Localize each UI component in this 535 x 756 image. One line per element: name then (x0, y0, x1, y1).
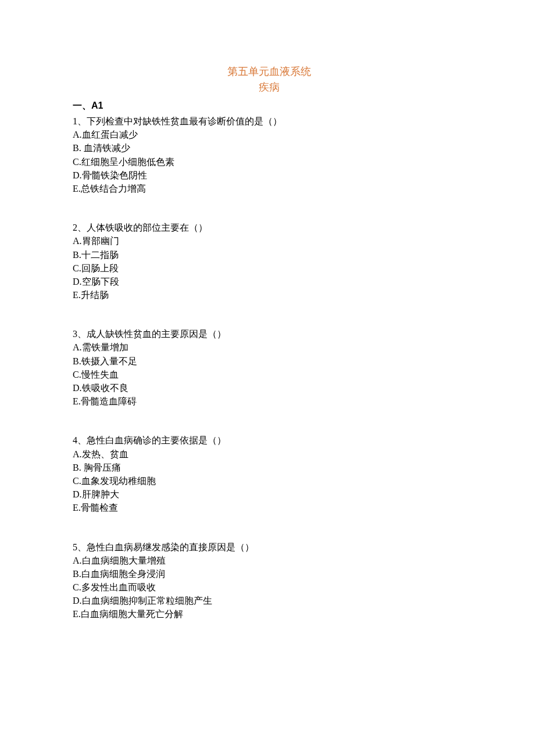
option-c: C.血象发现幼稚细胞 (73, 474, 465, 488)
question-4: 4、急性白血病确诊的主要依据是（） A.发热、贫血 B. 胸骨压痛 C.血象发现… (73, 433, 465, 514)
option-d: D.白血病细胞抑制正常粒细胞产生 (73, 594, 465, 607)
option-b: B.铁摄入量不足 (73, 354, 465, 368)
question-3: 3、成人缺铁性贫血的主要原因是（） A.需铁量增加 B.铁摄入量不足 C.慢性失… (73, 327, 465, 408)
question-stem: 3、成人缺铁性贫血的主要原因是（） (73, 327, 465, 341)
question-stem: 5、急性白血病易继发感染的直接原因是（） (73, 540, 465, 554)
option-a: A.白血病细胞大量增殖 (73, 554, 465, 567)
title-line-1: 第五单元血液系统 (142, 64, 395, 80)
question-2: 2、人体铁吸收的部位主要在（） A.胃部幽门 B.十二指肠 C.回肠上段 D.空… (73, 221, 465, 302)
option-a: A.血红蛋白减少 (73, 128, 465, 141)
question-5: 5、急性白血病易继发感染的直接原因是（） A.白血病细胞大量增殖 B.白血病细胞… (73, 540, 465, 621)
option-c: C.回肠上段 (73, 261, 465, 275)
option-e: E.白血病细胞大量死亡分解 (73, 607, 465, 621)
document-title: 第五单元血液系统 疾病 (142, 64, 395, 95)
question-stem: 1、下列检查中对缺铁性贫血最有诊断价值的是（） (73, 114, 465, 128)
option-b: B.白血病细胞全身浸润 (73, 567, 465, 581)
option-b: B. 血清铁减少 (73, 141, 465, 155)
option-d: D.空肠下段 (73, 275, 465, 288)
option-c: C.多发性出血而吸收 (73, 581, 465, 594)
option-d: D.肝脾肿大 (73, 488, 465, 501)
option-c: C.慢性失血 (73, 368, 465, 381)
option-e: E.升结肠 (73, 288, 465, 302)
question-stem: 2、人体铁吸收的部位主要在（） (73, 221, 465, 234)
option-a: A.发热、贫血 (73, 447, 465, 461)
document-page: 第五单元血液系统 疾病 一、A1 1、下列检查中对缺铁性贫血最有诊断价值的是（）… (0, 0, 535, 656)
option-b: B. 胸骨压痛 (73, 461, 465, 474)
option-e: E.骨髓造血障碍 (73, 395, 465, 408)
option-c: C.红细胞呈小细胞低色素 (73, 155, 465, 169)
option-a: A.胃部幽门 (73, 234, 465, 248)
option-b: B.十二指肠 (73, 248, 465, 261)
question-1: 1、下列检查中对缺铁性贫血最有诊断价值的是（） A.血红蛋白减少 B. 血清铁减… (73, 114, 465, 195)
section-header: 一、A1 (73, 100, 465, 112)
title-line-2: 疾病 (142, 80, 395, 95)
question-stem: 4、急性白血病确诊的主要依据是（） (73, 433, 465, 447)
option-a: A.需铁量增加 (73, 341, 465, 354)
option-d: D.铁吸收不良 (73, 381, 465, 395)
option-e: E.骨髓检查 (73, 501, 465, 514)
option-d: D.骨髓铁染色阴性 (73, 169, 465, 182)
option-e: E.总铁结合力增高 (73, 182, 465, 195)
